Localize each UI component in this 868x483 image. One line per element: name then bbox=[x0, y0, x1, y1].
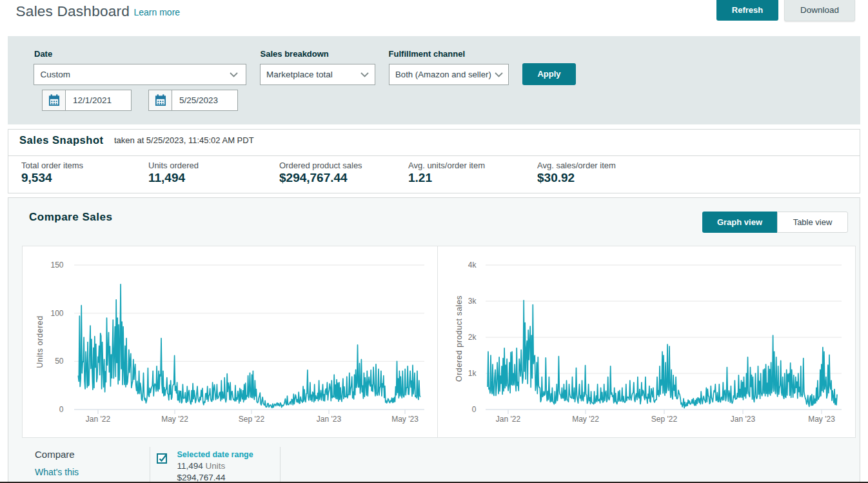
svg-text:Units ordered: Units ordered bbox=[35, 315, 44, 368]
svg-text:Sep '22: Sep '22 bbox=[239, 415, 265, 424]
svg-text:Jan '23: Jan '23 bbox=[317, 415, 342, 424]
svg-text:Ordered product sales: Ordered product sales bbox=[455, 295, 464, 382]
svg-text:Jan '22: Jan '22 bbox=[86, 415, 111, 424]
svg-text:Sep '22: Sep '22 bbox=[651, 415, 678, 424]
svg-text:Jan '23: Jan '23 bbox=[731, 415, 756, 424]
svg-text:0: 0 bbox=[472, 405, 477, 414]
svg-text:2k: 2k bbox=[468, 333, 477, 342]
svg-text:50: 50 bbox=[55, 357, 64, 366]
svg-text:May '23: May '23 bbox=[391, 415, 419, 424]
svg-text:Jan '22: Jan '22 bbox=[496, 415, 521, 424]
svg-text:4k: 4k bbox=[468, 261, 477, 270]
svg-text:0: 0 bbox=[59, 405, 64, 414]
svg-text:150: 150 bbox=[50, 261, 63, 270]
svg-text:3k: 3k bbox=[468, 297, 477, 306]
svg-text:100: 100 bbox=[50, 309, 63, 318]
svg-text:May '23: May '23 bbox=[808, 415, 835, 424]
svg-text:1k: 1k bbox=[468, 369, 477, 378]
svg-text:May '22: May '22 bbox=[572, 415, 599, 424]
svg-text:May '22: May '22 bbox=[161, 415, 188, 424]
